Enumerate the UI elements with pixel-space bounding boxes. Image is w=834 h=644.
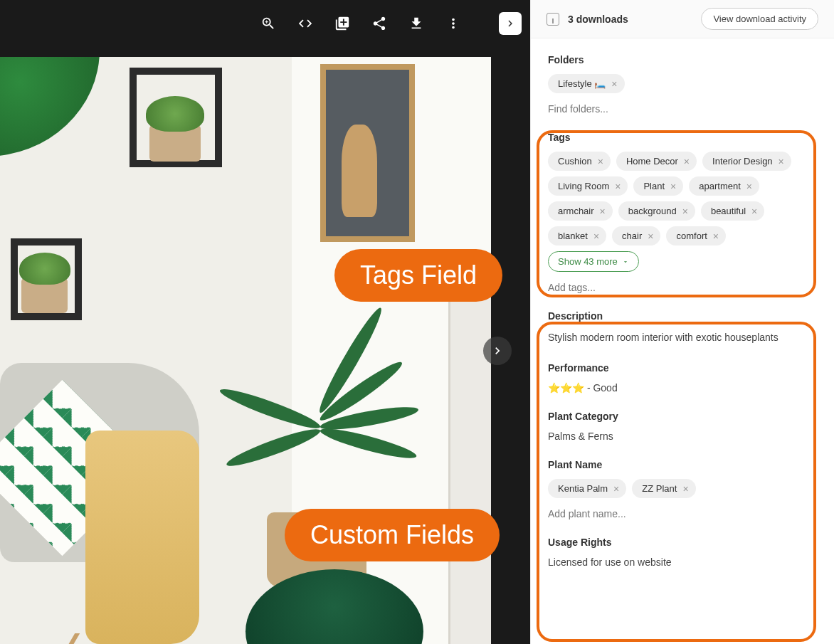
remove-icon[interactable]: × (615, 181, 621, 191)
performance-title: Performance (548, 362, 817, 374)
tag-chip[interactable]: Home Decor× (616, 152, 697, 171)
remove-icon[interactable]: × (682, 206, 688, 216)
share-icon[interactable] (371, 15, 388, 32)
add-collection-icon[interactable] (334, 15, 351, 32)
usage-rights-section: Usage Rights Licensed for use on website (548, 537, 817, 568)
tag-chip[interactable]: chair× (612, 226, 660, 246)
downloads-count: 3 downloads (568, 14, 692, 25)
tag-chip-label: chair (622, 231, 642, 241)
tags-title: Tags (548, 132, 817, 143)
remove-icon[interactable]: × (598, 157, 603, 167)
remove-icon[interactable]: × (613, 484, 619, 494)
viewer-toolbar (0, 0, 530, 47)
description-section: Description Stylish modern room interior… (548, 310, 817, 345)
plant-name-section: Plant Name Kentia Palm×ZZ Plant× (548, 459, 817, 519)
plant-name-chip[interactable]: Kentia Palm× (548, 479, 626, 498)
download-icon[interactable] (408, 15, 425, 32)
tag-chip-label: apartment (699, 181, 741, 191)
performance-section: Performance ⭐⭐⭐ - Good (548, 362, 817, 394)
tags-chips: Cushion×Home Decor×Interior Design×Livin… (548, 152, 817, 272)
remove-icon[interactable]: × (778, 157, 784, 167)
tag-chip[interactable]: Living Room× (548, 176, 628, 196)
downloads-stat-icon (547, 13, 559, 26)
view-download-activity-button[interactable]: View download activity (701, 8, 818, 30)
downloads-row: 3 downloads View download activity (531, 0, 834, 38)
add-tags-input[interactable] (548, 282, 817, 293)
plant-category-title: Plant Category (548, 411, 817, 422)
folders-chips: Lifestyle 🛏️ × (548, 74, 817, 93)
plant-name-title: Plant Name (548, 459, 817, 470)
annotation-tags-field: Tags Field (334, 249, 502, 302)
zoom-icon[interactable] (260, 15, 277, 32)
description-text[interactable]: Stylish modern room interior with exotic… (548, 330, 817, 345)
tag-chip[interactable]: background× (618, 201, 695, 221)
tag-chip[interactable]: blanket× (548, 226, 606, 246)
tag-chip-label: Interior Design (712, 156, 773, 167)
tag-chip[interactable]: apartment× (689, 176, 759, 196)
tag-chip[interactable]: comfort× (666, 226, 726, 246)
tags-section: Tags Cushion×Home Decor×Interior Design×… (548, 132, 817, 293)
image-viewer-panel: Tags Field Custom Fields (0, 0, 530, 644)
folder-chip[interactable]: Lifestyle 🛏️ × (548, 74, 625, 93)
folders-title: Folders (548, 54, 817, 65)
performance-value[interactable]: ⭐⭐⭐ - Good (548, 382, 817, 394)
more-icon[interactable] (445, 15, 462, 32)
tag-chip-label: beautiful (711, 206, 746, 216)
remove-icon[interactable]: × (713, 231, 719, 241)
remove-icon[interactable]: × (670, 181, 676, 191)
remove-icon[interactable]: × (682, 484, 688, 494)
tag-chip-label: blanket (558, 231, 588, 241)
details-scroll-area[interactable]: Folders Lifestyle 🛏️ × Tags Cushion×Home… (531, 38, 834, 644)
description-title: Description (548, 310, 817, 322)
folder-chip-label: Lifestyle 🛏️ (558, 78, 606, 89)
folders-section: Folders Lifestyle 🛏️ × (548, 54, 817, 115)
tag-chip[interactable]: armchair× (548, 201, 613, 221)
plant-name-chip[interactable]: ZZ Plant× (632, 479, 695, 498)
tag-chip[interactable]: Plant× (633, 176, 683, 196)
remove-icon[interactable]: × (611, 79, 617, 89)
show-more-tags-button[interactable]: Show 43 more (548, 251, 639, 272)
plant-category-section: Plant Category Palms & Ferns (548, 411, 817, 442)
remove-icon[interactable]: × (600, 206, 606, 216)
remove-icon[interactable]: × (593, 231, 599, 241)
remove-icon[interactable]: × (751, 206, 757, 216)
plant-category-value[interactable]: Palms & Ferns (548, 431, 817, 442)
collapse-panel-button[interactable] (499, 12, 522, 35)
find-folders-input[interactable] (548, 103, 817, 115)
annotation-custom-fields: Custom Fields (285, 509, 500, 561)
plant-name-chip-label: Kentia Palm (558, 483, 608, 494)
usage-rights-value[interactable]: Licensed for use on website (548, 556, 817, 568)
remove-icon[interactable]: × (648, 231, 653, 241)
plant-name-chips: Kentia Palm×ZZ Plant× (548, 479, 817, 498)
add-plant-name-input[interactable] (548, 508, 817, 519)
usage-rights-title: Usage Rights (548, 537, 817, 548)
show-more-label: Show 43 more (558, 256, 618, 267)
details-panel: 3 downloads View download activity Folde… (530, 0, 834, 644)
tag-chip-label: Home Decor (626, 156, 678, 167)
remove-icon[interactable]: × (684, 157, 690, 167)
tag-chip[interactable]: Cushion× (548, 152, 611, 171)
plant-name-chip-label: ZZ Plant (642, 483, 677, 494)
tag-chip-label: armchair (558, 206, 594, 216)
tag-chip-label: Cushion (558, 156, 592, 167)
next-image-button[interactable] (483, 337, 512, 365)
remove-icon[interactable]: × (746, 181, 752, 191)
tag-chip[interactable]: Interior Design× (702, 152, 791, 171)
code-icon[interactable] (297, 15, 314, 32)
asset-image-area: Tags Field Custom Fields (0, 57, 530, 644)
tag-chip-label: Plant (643, 181, 665, 191)
tag-chip-label: comfort (676, 231, 707, 241)
tag-chip-label: background (628, 206, 677, 216)
tag-chip[interactable]: beautiful× (701, 201, 764, 221)
tag-chip-label: Living Room (558, 181, 609, 191)
